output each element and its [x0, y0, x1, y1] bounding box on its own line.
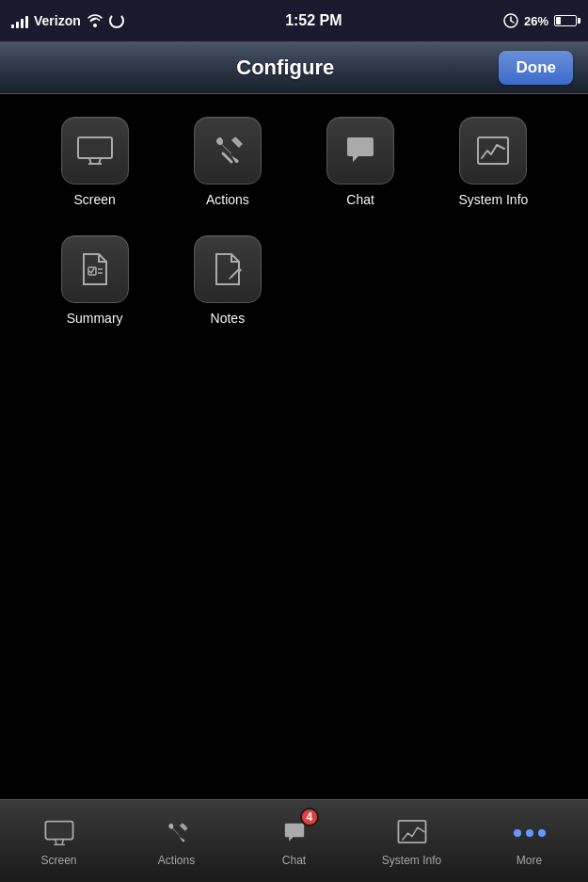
- icon-grid-row1: Screen Actions: [28, 117, 560, 207]
- actions-icon-box: [194, 117, 262, 184]
- status-bar: Verizon 1:52 PM 26%: [0, 0, 588, 41]
- tab-more-label: More: [516, 854, 542, 867]
- tab-actions-label: Actions: [158, 854, 195, 867]
- nav-bar: Configure Done: [0, 41, 588, 94]
- chat-badge: 4: [300, 808, 319, 826]
- chat-label: Chat: [346, 192, 374, 207]
- tab-screen-label: Screen: [40, 854, 76, 867]
- status-left: Verizon: [11, 13, 124, 28]
- status-right: 26%: [503, 13, 577, 28]
- tab-system-info[interactable]: System Info: [353, 800, 470, 882]
- battery-icon: [554, 15, 577, 26]
- svg-line-14: [231, 270, 238, 277]
- more-dots-icon: [514, 829, 546, 837]
- signal-icon: [11, 13, 28, 28]
- page-title: Configure: [236, 56, 334, 80]
- screen-icon: [74, 130, 116, 171]
- battery-percent: 26%: [524, 14, 548, 28]
- grid-item-screen[interactable]: Screen: [28, 117, 161, 207]
- carrier-label: Verizon: [34, 13, 81, 28]
- clock-icon: [503, 13, 518, 28]
- chat-icon: [340, 130, 381, 171]
- summary-icon: [74, 249, 116, 290]
- tab-system-info-icon: [397, 819, 427, 847]
- svg-rect-4: [80, 139, 110, 156]
- tab-more-icon-wrap: [513, 816, 547, 850]
- icon-grid-row2: Summary Notes: [28, 235, 560, 326]
- system-info-icon-box: [459, 117, 527, 184]
- grid-item-summary[interactable]: Summary: [28, 235, 161, 326]
- notes-label: Notes: [211, 311, 246, 326]
- tab-actions-icon: [162, 818, 192, 848]
- notes-icon: [207, 249, 248, 290]
- tab-screen[interactable]: Screen: [0, 800, 118, 882]
- spinner-icon: [109, 13, 124, 28]
- tab-chat-label: Chat: [282, 854, 306, 867]
- svg-line-15: [230, 277, 231, 279]
- main-content: Screen Actions: [0, 94, 588, 799]
- grid-item-chat[interactable]: Chat: [294, 117, 427, 207]
- system-info-label: System Info: [458, 192, 528, 207]
- grid-item-actions[interactable]: Actions: [161, 117, 294, 207]
- tab-actions[interactable]: Actions: [118, 800, 235, 882]
- tab-system-info-label: System Info: [382, 854, 441, 867]
- done-button[interactable]: Done: [499, 51, 573, 85]
- screen-icon-box: [61, 117, 129, 184]
- svg-rect-18: [47, 823, 71, 837]
- tab-screen-icon: [44, 820, 74, 846]
- wifi-icon: [87, 14, 103, 27]
- system-info-icon: [472, 130, 514, 171]
- svg-line-2: [511, 21, 514, 23]
- grid-item-notes[interactable]: Notes: [161, 235, 294, 326]
- tab-bar: Screen Actions 4 Chat System: [0, 799, 588, 882]
- tab-chat[interactable]: 4 Chat: [235, 800, 353, 882]
- tab-screen-icon-wrap: [42, 816, 76, 850]
- tab-system-info-icon-wrap: [395, 816, 429, 850]
- status-time: 1:52 PM: [285, 12, 342, 29]
- screen-label: Screen: [73, 192, 115, 207]
- actions-label: Actions: [206, 192, 249, 207]
- actions-icon: [207, 130, 248, 171]
- grid-item-system-info[interactable]: System Info: [427, 117, 560, 207]
- summary-icon-box: [61, 235, 129, 303]
- notes-icon-box: [194, 235, 262, 303]
- tab-actions-icon-wrap: [160, 816, 194, 850]
- chat-icon-box: [326, 117, 394, 184]
- summary-label: Summary: [67, 311, 123, 326]
- tab-more[interactable]: More: [470, 800, 588, 882]
